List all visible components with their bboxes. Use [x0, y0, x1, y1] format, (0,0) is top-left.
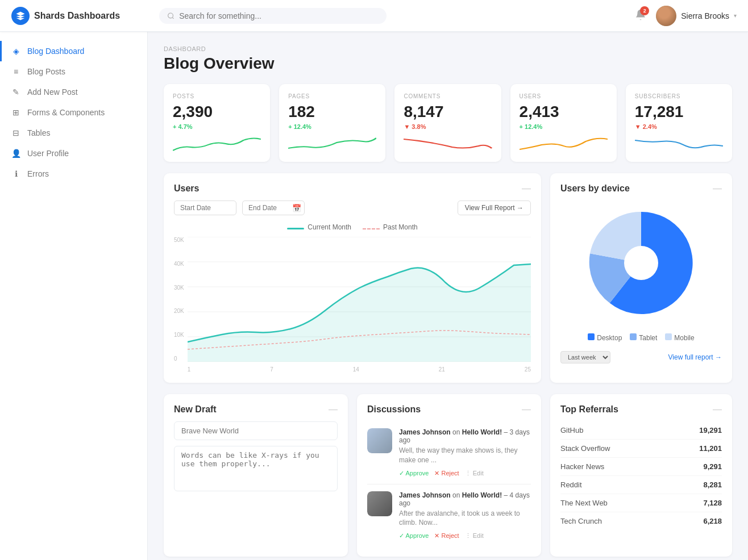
discussion-text-2: After the avalanche, it took us a week t… [399, 509, 531, 528]
new-draft-header: New Draft — [174, 404, 338, 415]
stat-value: 17,281 [635, 103, 723, 121]
new-draft-card: New Draft — [164, 394, 348, 557]
stat-label: COMMENTS [404, 93, 492, 99]
navbar: Shards Dashboards 2 Sierra Brooks ▾ [0, 0, 748, 32]
start-date-input[interactable] [174, 200, 236, 215]
sidebar-item-blog-posts[interactable]: ≡ Blog Posts [0, 61, 147, 82]
discussion-author-2: James Johnson [399, 491, 451, 499]
x-label-7: 7 [270, 366, 273, 373]
sidebar-item-add-new-post[interactable]: ✎ Add New Post [0, 82, 147, 102]
layout: ◈ Blog Dashboard ≡ Blog Posts ✎ Add New … [0, 32, 748, 560]
referral-item-reddit: Reddit 8,281 [560, 476, 722, 494]
discussion-avatar-2 [367, 491, 392, 516]
pie-footer: Last week View full report → [560, 351, 722, 363]
sidebar-item-tables[interactable]: ⊟ Tables [0, 123, 147, 143]
tablet-legend-label: Tablet [639, 334, 657, 342]
draft-title-input[interactable] [174, 421, 338, 440]
mobile-legend-dot [665, 333, 672, 340]
discussions-card: Discussions — James Johnson on Hello Wor… [357, 394, 541, 557]
desktop-legend-dot [588, 333, 595, 340]
calendar-icon: 📅 [292, 204, 301, 212]
referral-count-github: 19,291 [699, 426, 722, 434]
discussion-actions-1: ✓ Approve ✕ Reject ⋮ Edit [399, 470, 531, 477]
user-icon: 👤 [11, 149, 20, 158]
sidebar-item-label: Tables [27, 128, 50, 137]
referral-item-hackernews: Hacker News 9,291 [560, 458, 722, 476]
discussion-avatar-img-1 [367, 428, 392, 453]
device-chart-card: Users by device — Desktop [550, 173, 732, 383]
pie-legend: Desktop Tablet Mobile [560, 333, 722, 342]
chart-legend: Current Month Past Month [174, 223, 531, 231]
sparkline-pages [288, 135, 376, 153]
stat-label: SUBSCRIBERS [635, 93, 723, 99]
search-bar[interactable] [159, 8, 387, 24]
tables-icon: ⊟ [11, 128, 20, 137]
draft-body-input[interactable] [174, 446, 338, 491]
x-label-1: 1 [188, 366, 191, 373]
notifications-button[interactable]: 2 [634, 9, 647, 23]
sparkline-subscribers [635, 135, 723, 153]
add-icon: ✎ [11, 87, 20, 97]
sidebar-item-errors[interactable]: ℹ Errors [0, 164, 147, 184]
users-chart-header: Users — [174, 183, 531, 194]
referrals-menu[interactable]: — [713, 404, 722, 415]
discussion-text-1: Well, the way they make shows is, they m… [399, 446, 531, 465]
current-month-legend-line [287, 228, 304, 229]
referral-name-nextweb: The Next Web [560, 499, 608, 507]
top-referrals-header: Top Referrals — [560, 404, 722, 415]
forms-icon: ⊞ [11, 108, 20, 117]
avatar [656, 6, 676, 26]
referral-item-stackoverflow: Stack Overflow 11,201 [560, 440, 722, 458]
referral-count-stackoverflow: 11,201 [699, 444, 722, 453]
stat-label: POSTS [173, 93, 261, 99]
discussion-actions-2: ✓ Approve ✕ Reject ⋮ Edit [399, 532, 531, 540]
edit-button-2[interactable]: ⋮ Edit [465, 532, 484, 540]
y-label-50k: 50K [174, 237, 184, 243]
search-input[interactable] [179, 11, 379, 20]
approve-button-1[interactable]: ✓ Approve [399, 470, 429, 477]
stat-card-users: USERS 2,413 + 12.4% [510, 84, 617, 162]
stat-change: + 12.4% [288, 123, 376, 130]
area-chart-container: 50K 40K 30K 20K 10K 0 [174, 237, 531, 373]
charts-row: Users — 📅 View Full Report → Current Mon… [164, 173, 732, 383]
discussion-avatar-img-2 [367, 491, 392, 516]
new-draft-title: New Draft [174, 404, 217, 415]
referral-name-hackernews: Hacker News [560, 462, 604, 471]
discussions-menu[interactable]: — [522, 404, 531, 415]
sidebar-item-user-profile[interactable]: 👤 User Profile [0, 143, 147, 164]
referral-count-reddit: 8,281 [703, 480, 722, 489]
user-name: Sierra Brooks [681, 11, 729, 20]
full-report-link[interactable]: View full report → [668, 353, 722, 361]
reject-button-1[interactable]: ✕ Reject [434, 470, 459, 477]
notification-badge: 2 [640, 6, 649, 15]
main-content: DASHBOARD Blog Overview POSTS 2,390 + 4.… [148, 32, 748, 560]
y-label-40k: 40K [174, 261, 184, 267]
y-label-30k: 30K [174, 285, 184, 291]
device-chart-menu[interactable]: — [713, 183, 722, 194]
approve-button-2[interactable]: ✓ Approve [399, 532, 429, 540]
y-label-0: 0 [174, 356, 184, 362]
users-chart-menu[interactable]: — [522, 183, 531, 194]
sidebar-item-label: Blog Dashboard [27, 47, 84, 56]
pie-chart-svg [584, 206, 698, 320]
period-select[interactable]: Last week [560, 351, 610, 363]
sidebar-item-label: Add New Post [27, 87, 78, 97]
page-title: Blog Overview [164, 55, 732, 73]
top-referrals-title: Top Referrals [560, 404, 618, 415]
referral-count-nextweb: 7,128 [703, 499, 722, 507]
breadcrumb: DASHBOARD [164, 45, 732, 52]
referral-name-reddit: Reddit [560, 480, 582, 489]
stat-change: + 4.7% [173, 123, 261, 130]
new-draft-menu[interactable]: — [329, 404, 338, 415]
sidebar-item-forms-components[interactable]: ⊞ Forms & Components [0, 102, 147, 123]
referral-name-github: GitHub [560, 426, 583, 434]
pie-chart-container [560, 200, 722, 325]
stat-change: ▼ 3.8% [404, 123, 492, 130]
view-full-report-button[interactable]: View Full Report → [458, 200, 531, 215]
sidebar-item-blog-dashboard[interactable]: ◈ Blog Dashboard [0, 41, 147, 61]
user-menu[interactable]: Sierra Brooks ▾ [656, 6, 737, 26]
svg-point-0 [168, 13, 173, 18]
edit-button-1[interactable]: ⋮ Edit [465, 470, 484, 477]
reject-button-2[interactable]: ✕ Reject [434, 532, 459, 540]
sidebar-item-label: Blog Posts [27, 67, 65, 76]
